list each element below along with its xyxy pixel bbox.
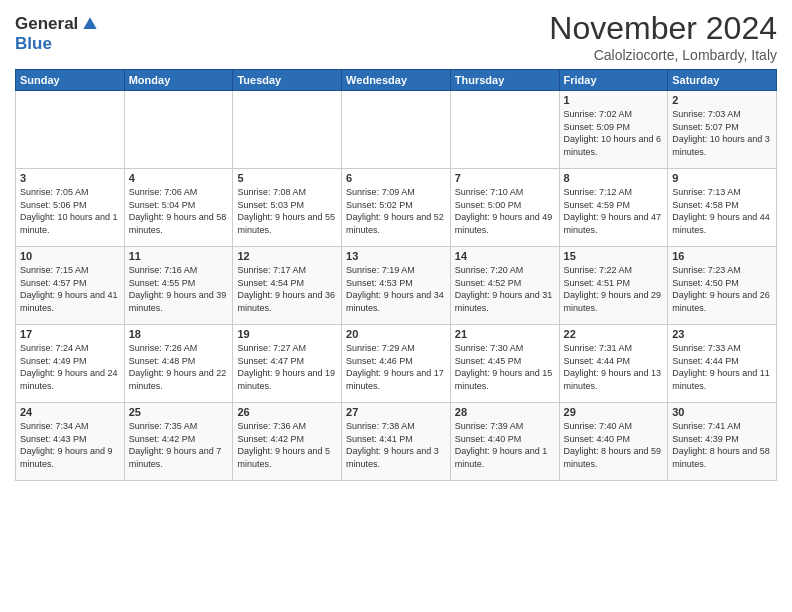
day-info: Sunrise: 7:34 AM Sunset: 4:43 PM Dayligh… [20,420,120,470]
calendar-cell: 3Sunrise: 7:05 AM Sunset: 5:06 PM Daylig… [16,169,125,247]
week-row-2: 3Sunrise: 7:05 AM Sunset: 5:06 PM Daylig… [16,169,777,247]
day-info: Sunrise: 7:36 AM Sunset: 4:42 PM Dayligh… [237,420,337,470]
calendar-cell: 23Sunrise: 7:33 AM Sunset: 4:44 PM Dayli… [668,325,777,403]
day-info: Sunrise: 7:39 AM Sunset: 4:40 PM Dayligh… [455,420,555,470]
day-info: Sunrise: 7:22 AM Sunset: 4:51 PM Dayligh… [564,264,664,314]
day-number: 22 [564,328,664,340]
day-number: 26 [237,406,337,418]
day-info: Sunrise: 7:41 AM Sunset: 4:39 PM Dayligh… [672,420,772,470]
day-number: 14 [455,250,555,262]
day-header-saturday: Saturday [668,70,777,91]
calendar-cell: 21Sunrise: 7:30 AM Sunset: 4:45 PM Dayli… [450,325,559,403]
calendar-cell: 25Sunrise: 7:35 AM Sunset: 4:42 PM Dayli… [124,403,233,481]
day-number: 12 [237,250,337,262]
day-info: Sunrise: 7:19 AM Sunset: 4:53 PM Dayligh… [346,264,446,314]
calendar-cell: 22Sunrise: 7:31 AM Sunset: 4:44 PM Dayli… [559,325,668,403]
calendar-cell: 27Sunrise: 7:38 AM Sunset: 4:41 PM Dayli… [342,403,451,481]
day-info: Sunrise: 7:03 AM Sunset: 5:07 PM Dayligh… [672,108,772,158]
calendar-cell: 4Sunrise: 7:06 AM Sunset: 5:04 PM Daylig… [124,169,233,247]
day-info: Sunrise: 7:26 AM Sunset: 4:48 PM Dayligh… [129,342,229,392]
day-number: 15 [564,250,664,262]
day-number: 7 [455,172,555,184]
day-number: 21 [455,328,555,340]
day-header-sunday: Sunday [16,70,125,91]
day-info: Sunrise: 7:29 AM Sunset: 4:46 PM Dayligh… [346,342,446,392]
day-info: Sunrise: 7:20 AM Sunset: 4:52 PM Dayligh… [455,264,555,314]
calendar-cell [16,91,125,169]
calendar-cell: 2Sunrise: 7:03 AM Sunset: 5:07 PM Daylig… [668,91,777,169]
calendar-cell: 18Sunrise: 7:26 AM Sunset: 4:48 PM Dayli… [124,325,233,403]
day-info: Sunrise: 7:31 AM Sunset: 4:44 PM Dayligh… [564,342,664,392]
day-info: Sunrise: 7:08 AM Sunset: 5:03 PM Dayligh… [237,186,337,236]
day-number: 3 [20,172,120,184]
calendar-cell: 6Sunrise: 7:09 AM Sunset: 5:02 PM Daylig… [342,169,451,247]
day-info: Sunrise: 7:35 AM Sunset: 4:42 PM Dayligh… [129,420,229,470]
day-info: Sunrise: 7:16 AM Sunset: 4:55 PM Dayligh… [129,264,229,314]
header: General Blue November 2024 Calolziocorte… [15,10,777,63]
day-info: Sunrise: 7:15 AM Sunset: 4:57 PM Dayligh… [20,264,120,314]
day-info: Sunrise: 7:33 AM Sunset: 4:44 PM Dayligh… [672,342,772,392]
day-number: 18 [129,328,229,340]
day-info: Sunrise: 7:09 AM Sunset: 5:02 PM Dayligh… [346,186,446,236]
day-number: 19 [237,328,337,340]
day-info: Sunrise: 7:12 AM Sunset: 4:59 PM Dayligh… [564,186,664,236]
logo-icon [80,14,100,34]
calendar-cell: 20Sunrise: 7:29 AM Sunset: 4:46 PM Dayli… [342,325,451,403]
day-number: 17 [20,328,120,340]
calendar-cell: 11Sunrise: 7:16 AM Sunset: 4:55 PM Dayli… [124,247,233,325]
day-number: 1 [564,94,664,106]
calendar-cell: 16Sunrise: 7:23 AM Sunset: 4:50 PM Dayli… [668,247,777,325]
day-info: Sunrise: 7:06 AM Sunset: 5:04 PM Dayligh… [129,186,229,236]
calendar-cell: 19Sunrise: 7:27 AM Sunset: 4:47 PM Dayli… [233,325,342,403]
day-number: 6 [346,172,446,184]
calendar-cell: 30Sunrise: 7:41 AM Sunset: 4:39 PM Dayli… [668,403,777,481]
main-container: General Blue November 2024 Calolziocorte… [0,0,792,486]
calendar-cell: 5Sunrise: 7:08 AM Sunset: 5:03 PM Daylig… [233,169,342,247]
calendar-cell: 8Sunrise: 7:12 AM Sunset: 4:59 PM Daylig… [559,169,668,247]
logo-general: General [15,14,78,34]
calendar-cell: 28Sunrise: 7:39 AM Sunset: 4:40 PM Dayli… [450,403,559,481]
week-row-5: 24Sunrise: 7:34 AM Sunset: 4:43 PM Dayli… [16,403,777,481]
week-row-4: 17Sunrise: 7:24 AM Sunset: 4:49 PM Dayli… [16,325,777,403]
calendar-cell: 1Sunrise: 7:02 AM Sunset: 5:09 PM Daylig… [559,91,668,169]
day-number: 24 [20,406,120,418]
title-area: November 2024 Calolziocorte, Lombardy, I… [549,10,777,63]
day-number: 8 [564,172,664,184]
day-number: 10 [20,250,120,262]
day-number: 30 [672,406,772,418]
calendar-table: SundayMondayTuesdayWednesdayThursdayFrid… [15,69,777,481]
calendar-cell [233,91,342,169]
day-info: Sunrise: 7:02 AM Sunset: 5:09 PM Dayligh… [564,108,664,158]
day-info: Sunrise: 7:30 AM Sunset: 4:45 PM Dayligh… [455,342,555,392]
day-info: Sunrise: 7:24 AM Sunset: 4:49 PM Dayligh… [20,342,120,392]
calendar-cell [342,91,451,169]
location: Calolziocorte, Lombardy, Italy [549,47,777,63]
calendar-cell: 14Sunrise: 7:20 AM Sunset: 4:52 PM Dayli… [450,247,559,325]
calendar-cell: 15Sunrise: 7:22 AM Sunset: 4:51 PM Dayli… [559,247,668,325]
day-number: 2 [672,94,772,106]
day-number: 4 [129,172,229,184]
day-number: 23 [672,328,772,340]
calendar-cell: 9Sunrise: 7:13 AM Sunset: 4:58 PM Daylig… [668,169,777,247]
calendar-cell: 29Sunrise: 7:40 AM Sunset: 4:40 PM Dayli… [559,403,668,481]
week-row-3: 10Sunrise: 7:15 AM Sunset: 4:57 PM Dayli… [16,247,777,325]
day-number: 13 [346,250,446,262]
day-info: Sunrise: 7:38 AM Sunset: 4:41 PM Dayligh… [346,420,446,470]
calendar-cell: 7Sunrise: 7:10 AM Sunset: 5:00 PM Daylig… [450,169,559,247]
calendar-cell: 13Sunrise: 7:19 AM Sunset: 4:53 PM Dayli… [342,247,451,325]
day-number: 25 [129,406,229,418]
day-info: Sunrise: 7:17 AM Sunset: 4:54 PM Dayligh… [237,264,337,314]
day-header-tuesday: Tuesday [233,70,342,91]
calendar-cell: 10Sunrise: 7:15 AM Sunset: 4:57 PM Dayli… [16,247,125,325]
day-info: Sunrise: 7:05 AM Sunset: 5:06 PM Dayligh… [20,186,120,236]
calendar-cell: 26Sunrise: 7:36 AM Sunset: 4:42 PM Dayli… [233,403,342,481]
logo-blue: Blue [15,34,52,53]
day-number: 27 [346,406,446,418]
day-number: 29 [564,406,664,418]
svg-marker-0 [84,17,97,29]
day-header-friday: Friday [559,70,668,91]
calendar-cell [124,91,233,169]
day-info: Sunrise: 7:23 AM Sunset: 4:50 PM Dayligh… [672,264,772,314]
day-header-thursday: Thursday [450,70,559,91]
day-header-wednesday: Wednesday [342,70,451,91]
